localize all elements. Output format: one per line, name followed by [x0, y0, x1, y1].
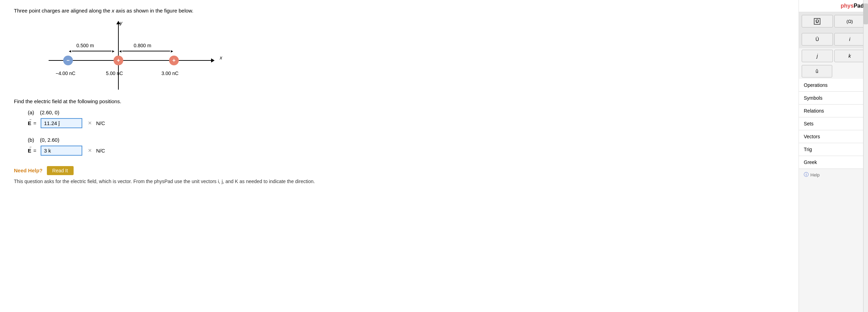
need-help-row: Need Help? Read It — [14, 166, 472, 175]
part-b-input[interactable]: 3 k — [41, 146, 82, 156]
charge-1-sign: − — [66, 57, 69, 64]
part-b-label: (b) (0, 2.60) — [28, 137, 472, 143]
physpad-help[interactable]: ⓘ Help — [799, 169, 868, 181]
charge-label-2: 5.00 nC — [106, 71, 123, 76]
charge-3: + — [169, 56, 179, 65]
part-a-clear[interactable]: ✕ — [88, 120, 92, 126]
e-vector-a: → E = — [28, 120, 36, 126]
charge-2: + — [114, 56, 123, 65]
x-axis-label: x — [220, 55, 222, 60]
italic-i-button[interactable]: i — [834, 33, 866, 46]
part-a-label: (a) (2.60, 0) — [28, 109, 472, 115]
arrow1-left: ◄ — [68, 49, 72, 53]
part-b-equation: → E = 3 k ✕ N/C — [28, 146, 472, 156]
bar-u-button[interactable]: Ū — [802, 33, 833, 46]
jk-row: j k — [799, 48, 868, 64]
part-b: (b) (0, 2.60) → E = 3 k ✕ N/C — [28, 137, 472, 156]
part-a-equation: → E = 11.24 ĵ ✕ N/C — [28, 118, 472, 128]
part-a-unit: N/C — [96, 120, 105, 126]
part-a: (a) (2.60, 0) → E = 11.24 ĵ ✕ N/C — [28, 109, 472, 128]
arrow2-right: ► — [170, 49, 174, 53]
physpad-header: physPad — [799, 0, 868, 12]
find-text: Find the electric field at the following… — [14, 98, 472, 104]
read-it-button[interactable]: Read It — [47, 166, 74, 175]
scrollbar-thumb[interactable] — [863, 3, 868, 24]
charge-label-3: 3.00 nC — [161, 71, 178, 76]
j-button[interactable]: j — [802, 50, 833, 62]
physpad-buttons-mid: Ū i — [799, 30, 868, 48]
menu-trig[interactable]: Trig — [799, 143, 868, 156]
menu-operations[interactable]: Operations — [799, 79, 868, 92]
scrollbar[interactable] — [863, 0, 868, 312]
part-a-input[interactable]: 11.24 ĵ — [41, 118, 82, 128]
paren-omega-button[interactable]: (Ω) — [834, 15, 866, 27]
arrow1-right: ► — [111, 49, 115, 53]
charge-label-1: −4.00 nC — [56, 71, 75, 76]
part-b-unit: N/C — [96, 148, 105, 154]
k-button[interactable]: k — [834, 50, 866, 62]
problem-intro: Three point charges are aligned along th… — [14, 7, 472, 15]
figure: y x ◄ ► ◄ ► 0.500 m 0.800 m − + + — [42, 22, 215, 91]
menu-symbols[interactable]: Symbols — [799, 92, 868, 105]
arrow2-left: ◄ — [118, 49, 122, 53]
dim-label-2: 0.800 m — [134, 43, 151, 48]
part-b-clear[interactable]: ✕ — [88, 148, 92, 153]
bold-u-button[interactable]: Ū — [802, 15, 833, 27]
physpad-menu: Operations Symbols Relations Sets Vector… — [799, 79, 868, 169]
arrow1-line — [72, 51, 111, 51]
physpad-panel: physPad Ū (Ω) Ū i j k û Operations — [799, 0, 868, 312]
y-axis-label: y — [120, 20, 122, 26]
physpad-buttons-top: Ū (Ω) — [799, 12, 868, 30]
menu-vectors[interactable]: Vectors — [799, 130, 868, 143]
menu-greek[interactable]: Greek — [799, 156, 868, 169]
charge-2-sign: + — [117, 57, 120, 64]
e-vector-b: → E = — [28, 148, 36, 154]
arrow2-line — [122, 51, 170, 51]
dim-label-1: 0.500 m — [76, 43, 94, 48]
menu-sets[interactable]: Sets — [799, 117, 868, 130]
charge-3-sign: + — [172, 57, 175, 64]
physpad-title-phys: phys — [841, 3, 853, 9]
need-help-text: Need Help? — [14, 167, 43, 173]
physpad-title-pad: Pad — [854, 3, 864, 9]
menu-relations[interactable]: Relations — [799, 105, 868, 117]
hat-u-button[interactable]: û — [802, 65, 832, 77]
charge-1: − — [63, 56, 73, 65]
x-axis — [49, 60, 212, 61]
hat-u-row: û — [799, 64, 868, 79]
hint-text: This question asks for the electric fiel… — [14, 179, 472, 184]
